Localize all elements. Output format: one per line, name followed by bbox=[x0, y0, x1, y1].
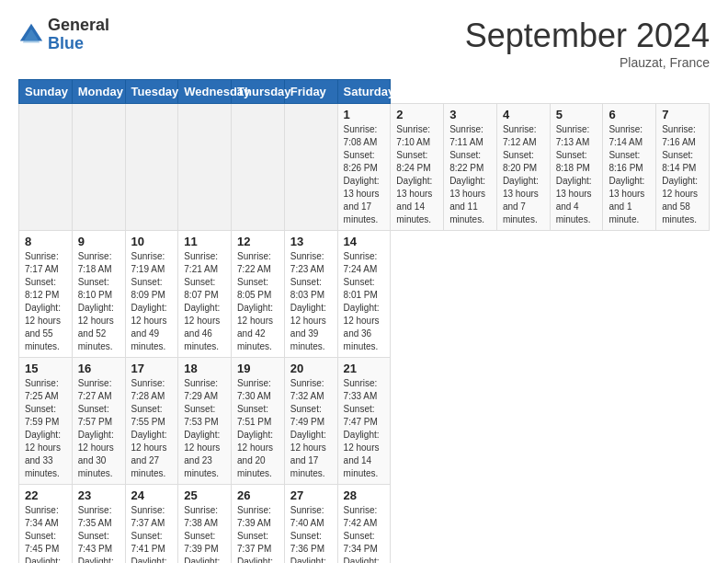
day-number: 8 bbox=[25, 235, 66, 248]
day-number: 4 bbox=[503, 108, 544, 121]
day-info: Sunrise: 7:40 AMSunset: 7:36 PMDaylight:… bbox=[290, 504, 332, 563]
cell-4-3: 24Sunrise: 7:37 AMSunset: 7:41 PMDayligh… bbox=[125, 485, 178, 564]
cell-4-2: 23Sunrise: 7:35 AMSunset: 7:43 PMDayligh… bbox=[72, 485, 125, 564]
day-info: Sunrise: 7:28 AMSunset: 7:55 PMDaylight:… bbox=[131, 377, 173, 480]
day-header-tuesday: Tuesday bbox=[125, 80, 178, 104]
cell-2-5: 12Sunrise: 7:22 AMSunset: 8:05 PMDayligh… bbox=[232, 231, 285, 358]
cell-3-7: 21Sunrise: 7:33 AMSunset: 7:47 PMDayligh… bbox=[337, 358, 391, 485]
day-header-saturday: Saturday bbox=[337, 80, 391, 104]
day-info: Sunrise: 7:34 AMSunset: 7:45 PMDaylight:… bbox=[25, 504, 66, 563]
day-info: Sunrise: 7:13 AMSunset: 8:18 PMDaylight:… bbox=[556, 123, 597, 226]
month-title: September 2024 bbox=[465, 17, 710, 55]
cell-1-13: 7Sunrise: 7:16 AMSunset: 8:14 PMDaylight… bbox=[656, 104, 710, 231]
header: General Blue September 2024 Plauzat, Fra… bbox=[18, 17, 710, 70]
cell-3-3: 17Sunrise: 7:28 AMSunset: 7:55 PMDayligh… bbox=[125, 358, 178, 485]
day-number: 12 bbox=[237, 235, 279, 248]
cell-4-4: 25Sunrise: 7:38 AMSunset: 7:39 PMDayligh… bbox=[178, 485, 232, 564]
day-number: 11 bbox=[184, 235, 225, 248]
cell-1-4 bbox=[178, 104, 232, 231]
day-number: 2 bbox=[396, 108, 438, 121]
cell-1-1 bbox=[19, 104, 73, 231]
day-number: 18 bbox=[184, 362, 225, 375]
cell-3-2: 16Sunrise: 7:27 AMSunset: 7:57 PMDayligh… bbox=[72, 358, 125, 485]
day-info: Sunrise: 7:37 AMSunset: 7:41 PMDaylight:… bbox=[131, 504, 173, 563]
day-info: Sunrise: 7:11 AMSunset: 8:22 PMDaylight:… bbox=[449, 123, 491, 226]
logo-blue: Blue bbox=[48, 35, 109, 53]
cell-2-6: 13Sunrise: 7:23 AMSunset: 8:03 PMDayligh… bbox=[284, 231, 337, 358]
day-info: Sunrise: 7:27 AMSunset: 7:57 PMDaylight:… bbox=[78, 377, 119, 480]
day-header-thursday: Thursday bbox=[232, 80, 285, 104]
logo: General Blue bbox=[18, 17, 109, 53]
day-number: 20 bbox=[290, 362, 332, 375]
day-info: Sunrise: 7:30 AMSunset: 7:51 PMDaylight:… bbox=[237, 377, 279, 480]
day-info: Sunrise: 7:10 AMSunset: 8:24 PMDaylight:… bbox=[396, 123, 438, 226]
day-header-monday: Monday bbox=[72, 80, 125, 104]
day-header-friday: Friday bbox=[284, 80, 337, 104]
day-number: 7 bbox=[662, 108, 703, 121]
day-number: 1 bbox=[344, 108, 385, 121]
cell-3-4: 18Sunrise: 7:29 AMSunset: 7:53 PMDayligh… bbox=[178, 358, 232, 485]
day-info: Sunrise: 7:12 AMSunset: 8:20 PMDaylight:… bbox=[503, 123, 544, 226]
day-number: 13 bbox=[290, 235, 332, 248]
day-number: 22 bbox=[25, 488, 66, 502]
cell-2-1: 8Sunrise: 7:17 AMSunset: 8:12 PMDaylight… bbox=[19, 231, 73, 358]
week-row-2: 8Sunrise: 7:17 AMSunset: 8:12 PMDaylight… bbox=[19, 231, 710, 358]
cell-4-7: 28Sunrise: 7:42 AMSunset: 7:34 PMDayligh… bbox=[337, 485, 391, 564]
day-header-sunday: Sunday bbox=[19, 80, 73, 104]
day-number: 24 bbox=[131, 488, 173, 502]
cell-2-4: 11Sunrise: 7:21 AMSunset: 8:07 PMDayligh… bbox=[178, 231, 232, 358]
location: Plauzat, France bbox=[465, 55, 710, 70]
cell-1-11: 5Sunrise: 7:13 AMSunset: 8:18 PMDaylight… bbox=[550, 104, 603, 231]
cell-2-2: 9Sunrise: 7:18 AMSunset: 8:10 PMDaylight… bbox=[72, 231, 125, 358]
day-info: Sunrise: 7:16 AMSunset: 8:14 PMDaylight:… bbox=[662, 123, 703, 226]
cell-1-8: 2Sunrise: 7:10 AMSunset: 8:24 PMDaylight… bbox=[391, 104, 444, 231]
day-number: 28 bbox=[344, 488, 385, 502]
calendar-table: SundayMondayTuesdayWednesdayThursdayFrid… bbox=[18, 79, 710, 563]
day-number: 14 bbox=[344, 235, 385, 248]
day-number: 17 bbox=[131, 362, 173, 375]
week-row-1: 1Sunrise: 7:08 AMSunset: 8:26 PMDaylight… bbox=[19, 104, 710, 231]
day-number: 23 bbox=[78, 488, 119, 502]
day-info: Sunrise: 7:33 AMSunset: 7:47 PMDaylight:… bbox=[344, 377, 385, 480]
cell-4-5: 26Sunrise: 7:39 AMSunset: 7:37 PMDayligh… bbox=[232, 485, 285, 564]
day-info: Sunrise: 7:19 AMSunset: 8:09 PMDaylight:… bbox=[131, 250, 173, 353]
page: General Blue September 2024 Plauzat, Fra… bbox=[0, 0, 728, 563]
logo-general: General bbox=[48, 17, 109, 35]
cell-1-2 bbox=[72, 104, 125, 231]
logo-text: General Blue bbox=[48, 17, 109, 53]
day-number: 25 bbox=[184, 488, 225, 502]
day-number: 6 bbox=[609, 108, 650, 121]
cell-2-7: 14Sunrise: 7:24 AMSunset: 8:01 PMDayligh… bbox=[337, 231, 391, 358]
day-number: 19 bbox=[237, 362, 279, 375]
logo-icon bbox=[18, 22, 44, 48]
day-number: 27 bbox=[290, 488, 332, 502]
day-info: Sunrise: 7:18 AMSunset: 8:10 PMDaylight:… bbox=[78, 250, 119, 353]
header-row: SundayMondayTuesdayWednesdayThursdayFrid… bbox=[19, 80, 710, 104]
day-number: 3 bbox=[449, 108, 491, 121]
day-number: 21 bbox=[344, 362, 385, 375]
cell-1-3 bbox=[125, 104, 178, 231]
day-header-wednesday: Wednesday bbox=[178, 80, 232, 104]
day-info: Sunrise: 7:17 AMSunset: 8:12 PMDaylight:… bbox=[25, 250, 66, 353]
cell-1-9: 3Sunrise: 7:11 AMSunset: 8:22 PMDaylight… bbox=[444, 104, 497, 231]
day-info: Sunrise: 7:21 AMSunset: 8:07 PMDaylight:… bbox=[184, 250, 225, 353]
cell-1-6 bbox=[284, 104, 337, 231]
day-number: 26 bbox=[237, 488, 279, 502]
day-info: Sunrise: 7:39 AMSunset: 7:37 PMDaylight:… bbox=[237, 504, 279, 563]
title-block: September 2024 Plauzat, France bbox=[465, 17, 710, 70]
cell-3-1: 15Sunrise: 7:25 AMSunset: 7:59 PMDayligh… bbox=[19, 358, 73, 485]
day-info: Sunrise: 7:42 AMSunset: 7:34 PMDaylight:… bbox=[344, 504, 385, 563]
day-number: 9 bbox=[78, 235, 119, 248]
day-info: Sunrise: 7:32 AMSunset: 7:49 PMDaylight:… bbox=[290, 377, 332, 480]
day-info: Sunrise: 7:35 AMSunset: 7:43 PMDaylight:… bbox=[78, 504, 119, 563]
day-info: Sunrise: 7:23 AMSunset: 8:03 PMDaylight:… bbox=[290, 250, 332, 353]
cell-1-7: 1Sunrise: 7:08 AMSunset: 8:26 PMDaylight… bbox=[337, 104, 391, 231]
week-row-3: 15Sunrise: 7:25 AMSunset: 7:59 PMDayligh… bbox=[19, 358, 710, 485]
cell-1-10: 4Sunrise: 7:12 AMSunset: 8:20 PMDaylight… bbox=[496, 104, 550, 231]
day-info: Sunrise: 7:22 AMSunset: 8:05 PMDaylight:… bbox=[237, 250, 279, 353]
day-info: Sunrise: 7:25 AMSunset: 7:59 PMDaylight:… bbox=[25, 377, 66, 480]
day-number: 5 bbox=[556, 108, 597, 121]
cell-4-1: 22Sunrise: 7:34 AMSunset: 7:45 PMDayligh… bbox=[19, 485, 73, 564]
cell-4-6: 27Sunrise: 7:40 AMSunset: 7:36 PMDayligh… bbox=[284, 485, 337, 564]
day-number: 10 bbox=[131, 235, 173, 248]
